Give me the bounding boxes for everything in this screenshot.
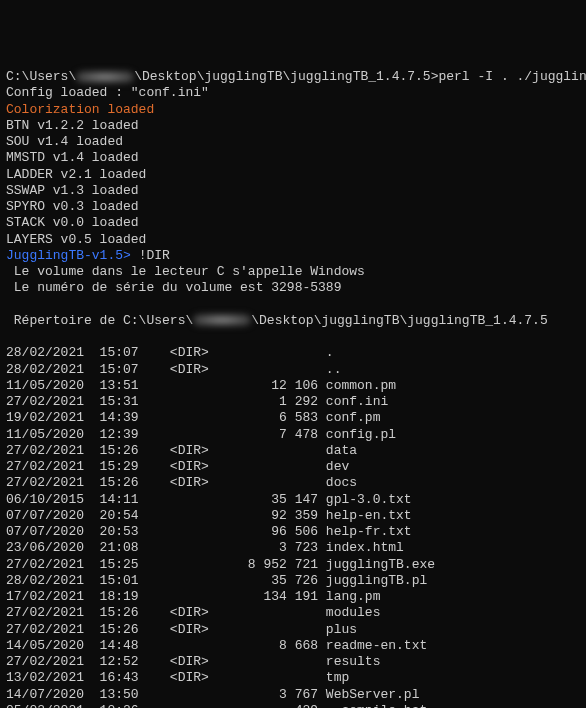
dir-volume-line: Le volume dans le lecteur C s'appelle Wi…	[6, 264, 580, 280]
dir-entry: 23/06/2020 21:08 3 723 index.html	[6, 540, 580, 556]
startup-module-line: LAYERS v0.5 loaded	[6, 232, 580, 248]
startup-module-line: LADDER v2.1 loaded	[6, 167, 580, 183]
dir-entry: 17/02/2021 18:19 134 191 lang.pm	[6, 589, 580, 605]
dir-entry: 28/02/2021 15:07 <DIR> .	[6, 345, 580, 361]
startup-module-line: SOU v1.4 loaded	[6, 134, 580, 150]
dir-entry: 06/10/2015 14:11 35 147 gpl-3.0.txt	[6, 492, 580, 508]
dir-entry: 11/05/2020 13:51 12 106 common.pm	[6, 378, 580, 394]
startup-module-line: SPYRO v0.3 loaded	[6, 199, 580, 215]
dir-entry: 28/02/2021 15:07 <DIR> ..	[6, 362, 580, 378]
inner-command: !DIR	[131, 248, 170, 263]
blank-line	[6, 297, 580, 313]
dir-entry: 14/07/2020 13:50 3 767 WebServer.pl	[6, 687, 580, 703]
startup-line: Config loaded : "conf.ini"	[6, 85, 580, 101]
dir-entry: 27/02/2021 15:26 <DIR> plus	[6, 622, 580, 638]
dir-entry: 07/07/2020 20:54 92 359 help-en.txt	[6, 508, 580, 524]
dir-path-line: Répertoire de C:\Users\\Desktop\juggling…	[6, 313, 580, 329]
command-text: perl -I . ./jugglingTB.pl	[438, 69, 586, 84]
prompt-line: C:\Users\\Desktop\jugglingTB\jugglingTB_…	[6, 69, 580, 85]
redacted-username	[193, 314, 251, 326]
dir-entry: 27/02/2021 15:31 1 292 conf.ini	[6, 394, 580, 410]
blank-line	[6, 329, 580, 345]
startup-module-line: SSWAP v1.3 loaded	[6, 183, 580, 199]
redacted-username	[76, 71, 134, 83]
dir-entry: 27/02/2021 15:29 <DIR> dev	[6, 459, 580, 475]
dir-entry: 13/02/2021 16:43 <DIR> tmp	[6, 670, 580, 686]
dir-entry: 28/02/2021 15:01 35 726 jugglingTB.pl	[6, 573, 580, 589]
dir-entry: 14/05/2020 14:48 8 668 readme-en.txt	[6, 638, 580, 654]
dir-entry: 07/07/2020 20:53 96 506 help-fr.txt	[6, 524, 580, 540]
dir-entry: 27/02/2021 15:26 <DIR> docs	[6, 475, 580, 491]
startup-module-line: MMSTD v1.4 loaded	[6, 150, 580, 166]
dir-entry: 27/02/2021 12:52 <DIR> results	[6, 654, 580, 670]
prompt-path: C:\Users\	[6, 69, 76, 84]
dir-entry: 27/02/2021 15:25 8 952 721 jugglingTB.ex…	[6, 557, 580, 573]
dir-entry: 19/02/2021 14:39 6 583 conf.pm	[6, 410, 580, 426]
dir-entry: 27/02/2021 15:26 <DIR> data	[6, 443, 580, 459]
startup-module-line: BTN v1.2.2 loaded	[6, 118, 580, 134]
startup-module-line: STACK v0.0 loaded	[6, 215, 580, 231]
dir-entry: 11/05/2020 12:39 7 478 config.pl	[6, 427, 580, 443]
startup-colorization: Colorization loaded	[6, 102, 580, 118]
inner-prompt: JugglingTB-v1.5> !DIR	[6, 248, 580, 264]
inner-prompt-label: JugglingTB-v1.5>	[6, 248, 131, 263]
dir-serial-line: Le numéro de série du volume est 3298-53…	[6, 280, 580, 296]
dir-entry: 27/02/2021 15:26 <DIR> modules	[6, 605, 580, 621]
terminal-output[interactable]: C:\Users\\Desktop\jugglingTB\jugglingTB_…	[6, 69, 580, 708]
dir-entry: 05/02/2021 10:26 429 __compile.bat	[6, 703, 580, 708]
